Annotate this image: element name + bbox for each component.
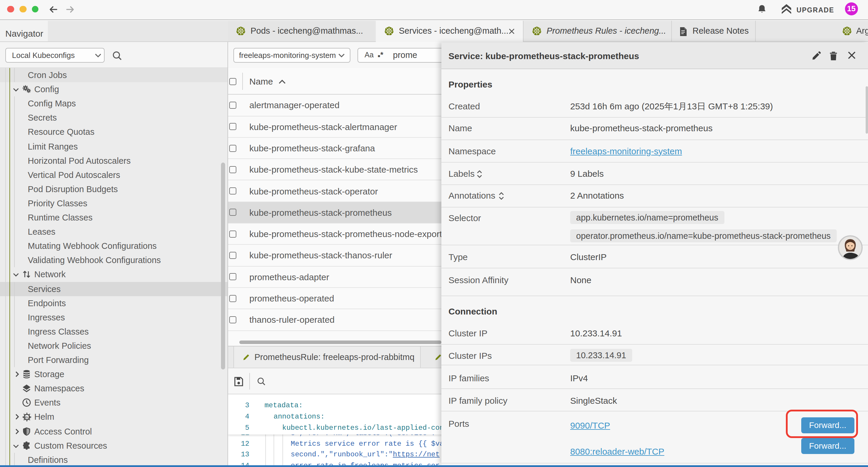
svg-text:HELM: HELM [23,416,31,419]
